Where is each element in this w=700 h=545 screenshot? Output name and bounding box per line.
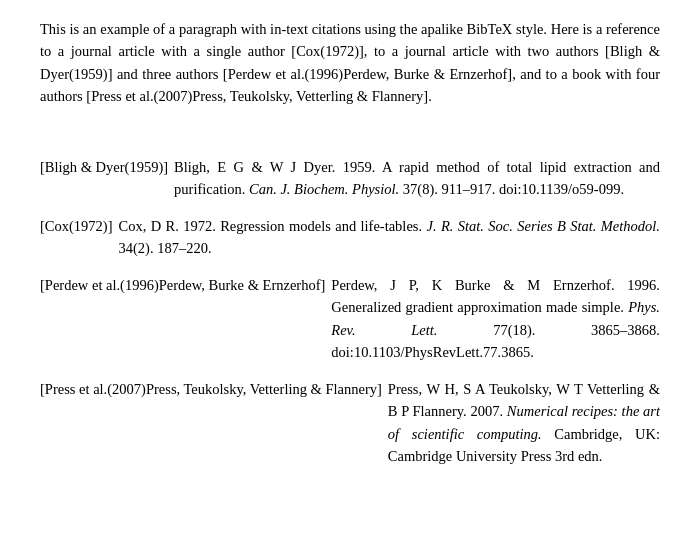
ref-italic-cox: J. R. Stat. Soc. Series B Stat. Methodol…: [426, 218, 660, 234]
references-section: [Bligh & Dyer(1959)] Bligh, E G & W J Dy…: [40, 156, 660, 468]
ref-label-cox: [Cox(1972)]: [40, 215, 113, 237]
reference-entry-perdew: [Perdew et al.(1996)Perdew, Burke & Ernz…: [40, 274, 660, 364]
reference-entry-press: [Press et al.(2007)Press, Teukolsky, Vet…: [40, 378, 660, 468]
ref-label-perdew: [Perdew et al.(1996)Perdew, Burke & Ernz…: [40, 274, 325, 296]
ref-italic-bligh: Can. J. Biochem. Physiol.: [249, 181, 399, 197]
ref-pre-italic-cox: Cox, D R. 1972. Regression models and li…: [119, 218, 427, 234]
ref-body-cox: Cox, D R. 1972. Regression models and li…: [119, 215, 661, 260]
paragraph-text: This is an example of a paragraph with i…: [40, 21, 660, 104]
reference-entry-bligh: [Bligh & Dyer(1959)] Bligh, E G & W J Dy…: [40, 156, 660, 201]
ref-pre-italic-perdew: Perdew, J P, K Burke & M Ernzerhof. 1996…: [331, 277, 660, 315]
ref-label-press: [Press et al.(2007)Press, Teukolsky, Vet…: [40, 378, 382, 400]
intro-paragraph: This is an example of a paragraph with i…: [40, 18, 660, 108]
ref-label-bligh: [Bligh & Dyer(1959)]: [40, 156, 168, 178]
ref-post-italic-cox: 34(2). 187–220.: [119, 240, 212, 256]
ref-body-bligh: Bligh, E G & W J Dyer. 1959. A rapid met…: [174, 156, 660, 201]
ref-body-press: Press, W H, S A Teukolsky, W T Vetterlin…: [388, 378, 660, 468]
ref-post-italic-bligh: 37(8). 911–917. doi:10.1139/o59-099.: [399, 181, 624, 197]
ref-body-perdew: Perdew, J P, K Burke & M Ernzerhof. 1996…: [331, 274, 660, 364]
reference-entry-cox: [Cox(1972)] Cox, D R. 1972. Regression m…: [40, 215, 660, 260]
